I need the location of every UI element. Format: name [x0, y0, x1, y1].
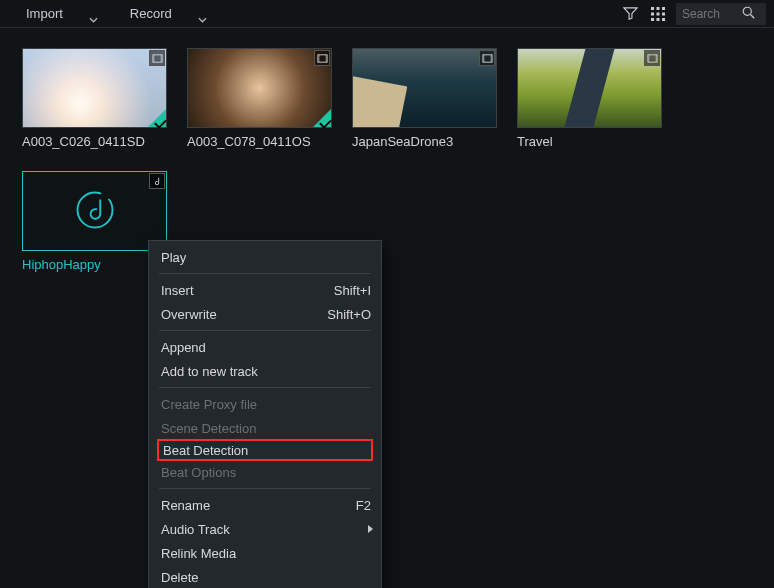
ctx-append[interactable]: Append [149, 335, 381, 359]
svg-rect-2 [662, 7, 665, 10]
ctx-audio-track[interactable]: Audio Track [149, 517, 381, 541]
context-menu: Play Insert Shift+I Overwrite Shift+O Ap… [148, 240, 382, 588]
media-thumbnail[interactable] [22, 48, 167, 128]
search-input[interactable] [682, 7, 742, 21]
filter-icon[interactable] [616, 0, 644, 28]
video-type-icon [149, 50, 165, 66]
video-type-icon [644, 50, 660, 66]
svg-rect-3 [651, 12, 654, 15]
media-item[interactable]: HiphopHappy [22, 171, 167, 272]
audio-type-icon [149, 173, 165, 189]
svg-rect-22 [655, 54, 657, 61]
svg-rect-8 [662, 18, 665, 21]
separator [159, 330, 371, 331]
svg-rect-21 [647, 54, 649, 61]
ctx-overwrite[interactable]: Overwrite Shift+O [149, 302, 381, 326]
svg-point-9 [743, 7, 751, 15]
search-icon [742, 6, 755, 22]
music-note-icon [74, 189, 116, 234]
ctx-beat-options: Beat Options [149, 460, 381, 484]
svg-rect-15 [317, 54, 319, 61]
ctx-create-proxy: Create Proxy file [149, 392, 381, 416]
ctx-scene-detection: Scene Detection [149, 416, 381, 440]
media-item[interactable]: A003_C026_0411SD [22, 48, 167, 149]
submenu-arrow-icon [368, 525, 373, 533]
svg-rect-13 [160, 54, 162, 61]
video-type-icon [479, 50, 495, 66]
record-button[interactable]: Record [112, 0, 221, 27]
svg-rect-4 [657, 12, 660, 15]
separator [159, 488, 371, 489]
svg-rect-6 [651, 18, 654, 21]
ctx-rename[interactable]: Rename F2 [149, 493, 381, 517]
media-thumbnail[interactable] [517, 48, 662, 128]
svg-rect-19 [490, 54, 492, 61]
ctx-add-new-track[interactable]: Add to new track [149, 359, 381, 383]
media-thumbnail[interactable] [187, 48, 332, 128]
media-item[interactable]: JapanSeaDrone3 [352, 48, 497, 149]
svg-rect-7 [657, 18, 660, 21]
separator [159, 273, 371, 274]
media-thumbnail[interactable] [352, 48, 497, 128]
svg-rect-12 [152, 54, 154, 61]
search-box[interactable] [676, 3, 766, 25]
media-label: JapanSeaDrone3 [352, 134, 497, 149]
separator [159, 387, 371, 388]
media-grid: A003_C026_0411SD A003_C078_0411OS JapanS… [0, 28, 774, 292]
media-label: Travel [517, 134, 662, 149]
video-type-icon [314, 50, 330, 66]
ctx-beat-detection[interactable]: Beat Detection [157, 439, 373, 461]
media-item[interactable]: Travel [517, 48, 662, 149]
svg-rect-16 [325, 54, 327, 61]
used-check-icon [148, 109, 166, 127]
media-item[interactable]: A003_C078_0411OS [187, 48, 332, 149]
chevron-down-icon [89, 11, 98, 17]
used-check-icon [313, 109, 331, 127]
media-label: A003_C026_0411SD [22, 134, 167, 149]
ctx-play[interactable]: Play [149, 245, 381, 269]
import-label: Import [26, 6, 63, 21]
svg-rect-5 [662, 12, 665, 15]
svg-line-10 [751, 14, 755, 18]
media-label: A003_C078_0411OS [187, 134, 332, 149]
import-button[interactable]: Import [8, 0, 112, 27]
chevron-down-icon [198, 11, 207, 17]
svg-rect-1 [657, 7, 660, 10]
grid-icon[interactable] [644, 0, 672, 28]
ctx-relink-media[interactable]: Relink Media [149, 541, 381, 565]
ctx-insert[interactable]: Insert Shift+I [149, 278, 381, 302]
media-label: HiphopHappy [22, 257, 167, 272]
media-thumbnail[interactable] [22, 171, 167, 251]
toolbar: Import Record [0, 0, 774, 28]
svg-rect-0 [651, 7, 654, 10]
svg-rect-18 [482, 54, 484, 61]
ctx-delete[interactable]: Delete [149, 565, 381, 588]
record-label: Record [130, 6, 172, 21]
